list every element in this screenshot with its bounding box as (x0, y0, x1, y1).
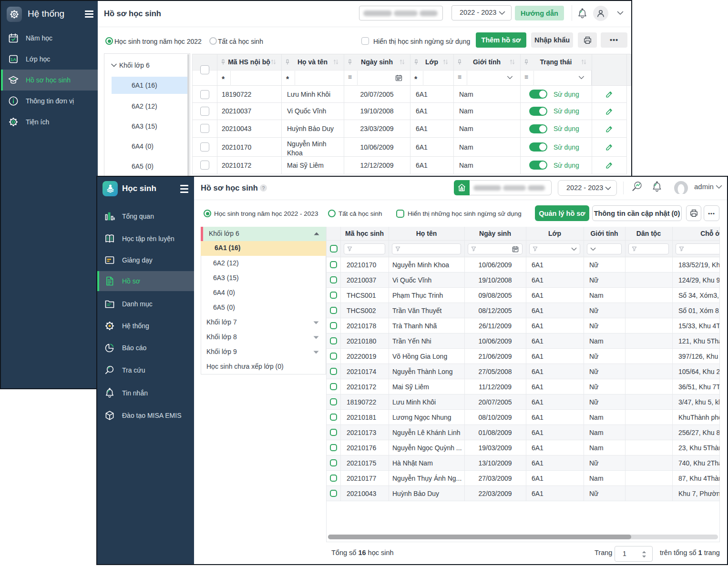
svg-text:1A: 1A (10, 57, 16, 62)
